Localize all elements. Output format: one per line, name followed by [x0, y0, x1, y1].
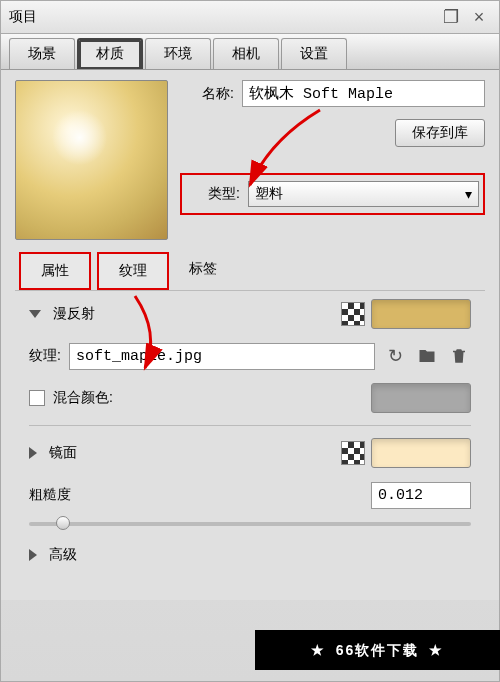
- star-icon: ★: [419, 642, 454, 658]
- mix-color-checkbox[interactable]: [29, 390, 45, 406]
- tab-scene[interactable]: 场景: [9, 38, 75, 69]
- subtab-texture[interactable]: 纹理: [97, 252, 169, 290]
- subtab-label[interactable]: 标签: [169, 252, 237, 290]
- diffuse-label: 漫反射: [53, 305, 95, 323]
- panel-title: 项目: [9, 8, 37, 26]
- star-icon: ★: [301, 642, 336, 658]
- specular-texture-toggle[interactable]: [341, 441, 365, 465]
- diffuse-texture-toggle[interactable]: [341, 302, 365, 326]
- name-label: 名称:: [180, 85, 234, 103]
- type-highlight: 类型: 塑料 ▾: [180, 173, 485, 215]
- tab-camera[interactable]: 相机: [213, 38, 279, 69]
- roughness-label: 粗糙度: [29, 486, 71, 504]
- close-panel-icon[interactable]: ×: [467, 5, 491, 29]
- roughness-slider[interactable]: [29, 522, 471, 526]
- watermark-banner: ★66软件下载★: [255, 630, 500, 670]
- main-tabs: 场景 材质 环境 相机 设置: [1, 34, 499, 70]
- advanced-label: 高级: [49, 546, 77, 564]
- tab-environment[interactable]: 环境: [145, 38, 211, 69]
- save-to-library-button[interactable]: 保存到库: [395, 119, 485, 147]
- diffuse-color-swatch[interactable]: [371, 299, 471, 329]
- name-input[interactable]: [242, 80, 485, 107]
- type-value: 塑料: [255, 185, 283, 203]
- expand-icon[interactable]: [29, 310, 41, 318]
- expand-icon[interactable]: [29, 447, 37, 459]
- mix-label: 混合颜色:: [53, 389, 113, 407]
- specular-color-swatch[interactable]: [371, 438, 471, 468]
- type-label: 类型:: [186, 185, 240, 203]
- refresh-icon[interactable]: ↻: [383, 344, 407, 368]
- slider-thumb[interactable]: [56, 516, 70, 530]
- subtab-properties[interactable]: 属性: [19, 252, 91, 290]
- folder-icon[interactable]: [415, 344, 439, 368]
- tab-settings[interactable]: 设置: [281, 38, 347, 69]
- sub-tabs: 属性 纹理 标签: [15, 252, 485, 290]
- texture-input[interactable]: [69, 343, 375, 370]
- mix-color-swatch[interactable]: [371, 383, 471, 413]
- undock-icon[interactable]: ❐: [439, 5, 463, 29]
- type-dropdown[interactable]: 塑料 ▾: [248, 181, 479, 207]
- trash-icon[interactable]: [447, 344, 471, 368]
- chevron-down-icon: ▾: [465, 186, 472, 202]
- material-preview: [15, 80, 168, 240]
- texture-label: 纹理:: [29, 347, 61, 365]
- tab-material[interactable]: 材质: [77, 38, 143, 69]
- expand-icon[interactable]: [29, 549, 37, 561]
- roughness-input[interactable]: [371, 482, 471, 509]
- specular-label: 镜面: [49, 444, 77, 462]
